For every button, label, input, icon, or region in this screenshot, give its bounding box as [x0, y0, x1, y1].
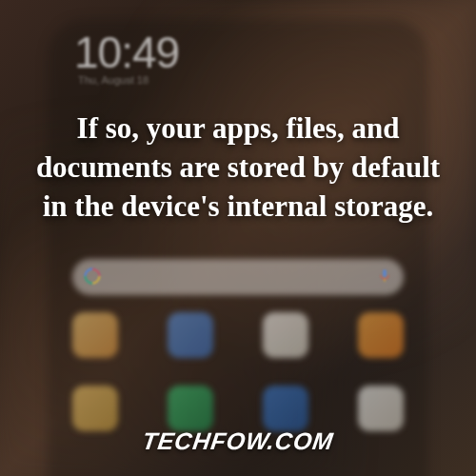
app-icon — [358, 386, 404, 431]
mic-icon — [377, 268, 392, 283]
app-icon — [263, 312, 308, 358]
app-icon — [168, 386, 213, 431]
app-icon — [358, 312, 404, 358]
app-icon — [72, 312, 118, 358]
app-icon-row-1 — [72, 312, 404, 358]
app-icon — [72, 386, 118, 431]
phone-search-bar — [72, 259, 404, 295]
main-text-overlay: If so, your apps, files, and documents a… — [27, 109, 449, 227]
phone-clock: 10:49 — [74, 27, 179, 78]
app-icon-row-2 — [72, 386, 404, 431]
watermark-branding: TECHFOW.COM — [0, 427, 476, 455]
svg-rect-1 — [383, 269, 387, 277]
app-icon — [263, 386, 308, 431]
app-icon — [168, 312, 213, 358]
phone-date: Thu, August 18 — [78, 74, 149, 86]
google-icon — [84, 268, 101, 285]
